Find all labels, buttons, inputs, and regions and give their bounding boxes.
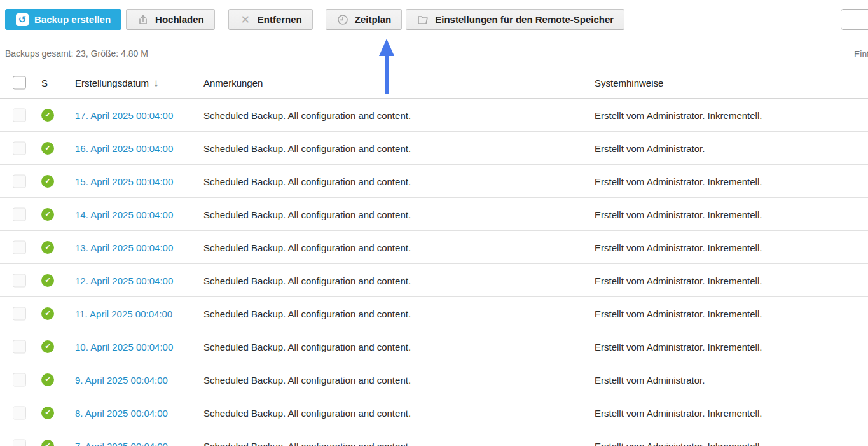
backup-date-link[interactable]: 17. April 2025 00:04:00 — [75, 109, 173, 120]
backup-system-note: Erstellt vom Administrator. Inkrementell… — [595, 275, 762, 286]
header-system-notes: Systemhinweise — [595, 77, 663, 88]
remote-storage-settings-label: Einstellungen für den Remote-Speicher — [435, 14, 614, 25]
backup-system-note: Erstellt vom Administrator. Inkrementell… — [595, 176, 762, 186]
success-check-icon: ✔ — [41, 175, 54, 188]
backup-date-link[interactable]: 15. April 2025 00:04:00 — [75, 176, 173, 186]
backup-system-note: Erstellt vom Administrator. Inkrementell… — [595, 407, 762, 418]
table-row: ✔ 9. April 2025 00:04:00 Scheduled Backu… — [0, 363, 868, 396]
row-checkbox[interactable] — [13, 174, 26, 188]
remote-storage-settings-button[interactable]: Einstellungen für den Remote-Speicher — [406, 9, 624, 30]
per-page-label-truncated: Eint — [854, 49, 868, 59]
backup-note: Scheduled Backup. All configuration and … — [203, 109, 411, 120]
row-checkbox[interactable] — [13, 108, 26, 122]
table-row: ✔ 7. April 2025 00:04:00 Scheduled Backu… — [0, 429, 868, 446]
backup-system-note: Erstellt vom Administrator. Inkrementell… — [595, 440, 762, 446]
header-creation-date[interactable]: Erstellungsdatum↓ — [75, 77, 160, 88]
backup-system-note: Erstellt vom Administrator. Inkrementell… — [595, 109, 762, 120]
backup-date-link[interactable]: 13. April 2025 00:04:00 — [75, 242, 173, 253]
header-status: S — [41, 77, 48, 88]
success-check-icon: ✔ — [41, 109, 54, 122]
row-checkbox[interactable] — [13, 207, 26, 221]
row-checkbox[interactable] — [13, 340, 26, 353]
schedule-button[interactable]: Zeitplan — [326, 9, 403, 30]
row-checkbox[interactable] — [13, 406, 26, 419]
backup-note: Scheduled Backup. All configuration and … — [203, 143, 411, 153]
x-icon: ✕ — [239, 13, 252, 26]
backup-note: Scheduled Backup. All configuration and … — [203, 275, 411, 286]
backup-date-link[interactable]: 16. April 2025 00:04:00 — [75, 143, 173, 153]
schedule-label: Zeitplan — [355, 14, 392, 25]
backup-note: Scheduled Backup. All configuration and … — [203, 242, 411, 253]
success-check-icon: ✔ — [41, 208, 54, 221]
backup-system-note: Erstellt vom Administrator. Inkrementell… — [595, 308, 762, 319]
folder-icon — [417, 13, 429, 26]
success-check-icon: ✔ — [41, 373, 54, 386]
upload-tray-icon — [137, 13, 149, 26]
backup-system-note: Erstellt vom Administrator. Inkrementell… — [595, 242, 762, 253]
success-check-icon: ✔ — [41, 142, 54, 155]
backup-note: Scheduled Backup. All configuration and … — [203, 308, 411, 319]
backup-note: Scheduled Backup. All configuration and … — [203, 440, 411, 446]
remove-label: Entfernen — [258, 14, 302, 25]
row-checkbox[interactable] — [13, 274, 26, 287]
backups-summary: Backups gesamt: 23, Größe: 4.80 M — [5, 48, 148, 59]
backup-system-note: Erstellt vom Administrator. Inkrementell… — [595, 341, 762, 352]
table-row: ✔ 11. April 2025 00:04:00 Scheduled Back… — [0, 297, 868, 330]
table-row: ✔ 10. April 2025 00:04:00 Scheduled Back… — [0, 330, 868, 363]
create-backup-label: Backup erstellen — [34, 14, 111, 25]
backup-system-note: Erstellt vom Administrator. — [595, 374, 705, 385]
select-all-checkbox[interactable] — [13, 76, 26, 89]
success-check-icon: ✔ — [41, 440, 54, 446]
table-header: S Erstellungsdatum↓ Anmerkungen Systemhi… — [0, 67, 868, 99]
backup-date-link[interactable]: 9. April 2025 00:04:00 — [75, 374, 168, 385]
table-body: ✔ 17. April 2025 00:04:00 Scheduled Back… — [0, 99, 868, 446]
success-check-icon: ✔ — [41, 340, 54, 353]
header-notes: Anmerkungen — [203, 77, 263, 88]
backup-note: Scheduled Backup. All configuration and … — [203, 176, 411, 186]
table-row: ✔ 12. April 2025 00:04:00 Scheduled Back… — [0, 264, 868, 297]
table-row: ✔ 13. April 2025 00:04:00 Scheduled Back… — [0, 231, 868, 264]
search-input[interactable] — [841, 9, 868, 30]
success-check-icon: ✔ — [41, 307, 54, 320]
toolbar: ↺ Backup erstellen Hochladen ✕ Entfernen… — [5, 9, 624, 30]
backup-system-note: Erstellt vom Administrator. Inkrementell… — [595, 209, 762, 220]
success-check-icon: ✔ — [41, 241, 54, 254]
remove-button[interactable]: ✕ Entfernen — [228, 9, 313, 30]
row-checkbox[interactable] — [13, 141, 26, 155]
table-row: ✔ 14. April 2025 00:04:00 Scheduled Back… — [0, 198, 868, 231]
success-check-icon: ✔ — [41, 274, 54, 287]
backup-date-link[interactable]: 8. April 2025 00:04:00 — [75, 407, 168, 418]
clock-icon — [336, 13, 349, 26]
table-row: ✔ 16. April 2025 00:04:00 Scheduled Back… — [0, 132, 868, 165]
upload-label: Hochladen — [155, 14, 204, 25]
backup-date-link[interactable]: 7. April 2025 00:04:00 — [75, 440, 168, 446]
restore-arrow-icon: ↺ — [16, 13, 29, 26]
backup-note: Scheduled Backup. All configuration and … — [203, 407, 411, 418]
backup-note: Scheduled Backup. All configuration and … — [203, 374, 411, 385]
create-backup-button[interactable]: ↺ Backup erstellen — [5, 9, 121, 30]
row-checkbox[interactable] — [13, 240, 26, 254]
row-checkbox[interactable] — [13, 373, 26, 386]
table-row: ✔ 17. April 2025 00:04:00 Scheduled Back… — [0, 99, 868, 132]
success-check-icon: ✔ — [41, 407, 54, 419]
backup-note: Scheduled Backup. All configuration and … — [203, 341, 411, 352]
table-row: ✔ 15. April 2025 00:04:00 Scheduled Back… — [0, 165, 868, 198]
backup-date-link[interactable]: 12. April 2025 00:04:00 — [75, 275, 173, 286]
sort-desc-icon: ↓ — [153, 78, 160, 88]
backup-date-link[interactable]: 10. April 2025 00:04:00 — [75, 341, 173, 352]
upload-button[interactable]: Hochladen — [126, 9, 215, 30]
table-row: ✔ 8. April 2025 00:04:00 Scheduled Backu… — [0, 396, 868, 429]
row-checkbox[interactable] — [13, 307, 26, 320]
backup-date-link[interactable]: 11. April 2025 00:04:00 — [75, 308, 172, 319]
backup-system-note: Erstellt vom Administrator. — [595, 143, 705, 153]
row-checkbox[interactable] — [13, 439, 26, 446]
backup-date-link[interactable]: 14. April 2025 00:04:00 — [75, 209, 173, 220]
annotation-arrow-up-icon — [379, 39, 394, 56]
backup-note: Scheduled Backup. All configuration and … — [203, 209, 411, 220]
